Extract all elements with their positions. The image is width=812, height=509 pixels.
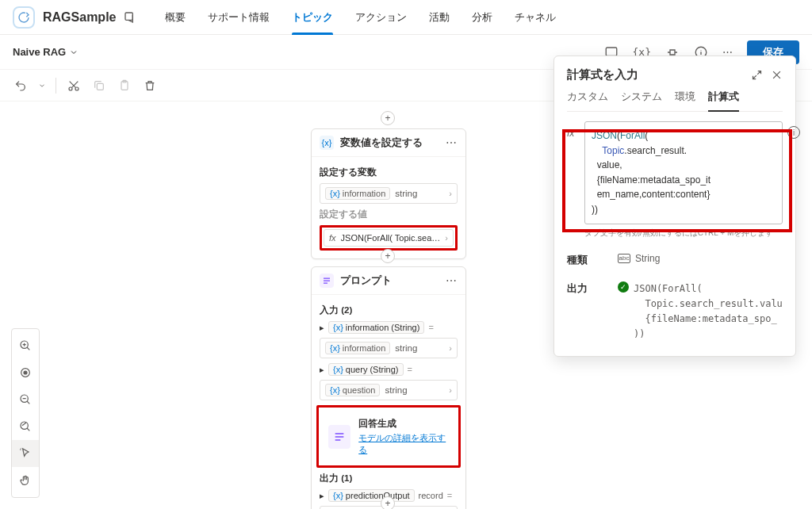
panel-tab-system[interactable]: システム — [621, 90, 662, 111]
kind-label: 種類 — [567, 253, 599, 267]
nav-tab-overview[interactable]: 概要 — [155, 0, 195, 35]
svg-rect-5 — [97, 83, 103, 90]
answer-generation-card[interactable]: 回答生成 モデルの詳細を表示する — [320, 409, 457, 464]
top-nav: RAGSample 概要 サポート情報 トピック アクション 活動 分析 チャネ… — [0, 0, 812, 35]
svg-point-10 — [24, 371, 27, 374]
undo-chevron-icon[interactable] — [38, 82, 46, 90]
svg-point-12 — [21, 422, 28, 429]
highlight-box: 回答生成 モデルの詳細を表示する — [316, 405, 461, 468]
node-menu-button[interactable]: ⋯ — [446, 274, 458, 287]
prompt-icon — [320, 274, 334, 288]
nav-tab-channels[interactable]: チャネル — [505, 0, 565, 35]
input-label: 入力 (2) — [320, 304, 458, 316]
close-icon[interactable] — [771, 69, 783, 81]
panel-tabs: カスタム システム 環境 計算式 — [567, 90, 783, 112]
zoom-out-button[interactable] — [12, 386, 39, 413]
paste-button[interactable] — [117, 78, 132, 94]
nav-tabs: 概要 サポート情報 トピック アクション 活動 分析 チャネル — [155, 0, 565, 35]
input-item[interactable]: ▸{x}query (String)= — [320, 363, 458, 376]
node-menu-button[interactable]: ⋯ — [446, 136, 458, 149]
code-area: fx i JSON(ForAll( Topic.search_result. v… — [584, 121, 783, 224]
delete-button[interactable] — [142, 78, 158, 94]
zoom-rail — [11, 328, 40, 498]
node-prompt[interactable]: プロンプト ⋯ 入力 (2) ▸{x}information (String)=… — [311, 266, 466, 509]
app-logo-icon — [13, 6, 35, 29]
cursor-button[interactable] — [12, 440, 39, 467]
node-title: プロンプト — [340, 274, 439, 288]
nav-tab-topics[interactable]: トピック — [282, 0, 343, 35]
chevron-down-icon — [69, 48, 79, 57]
variable-selector[interactable]: {x}information string › — [320, 183, 458, 204]
zoom-in-button[interactable] — [12, 332, 39, 359]
node-title: 変数値を設定する — [340, 136, 439, 150]
nav-tab-activity[interactable]: 活動 — [419, 0, 459, 35]
svg-point-4 — [75, 87, 79, 90]
svg-point-3 — [69, 87, 72, 90]
svg-rect-0 — [125, 13, 132, 20]
topic-dropdown-label: Naive RAG — [13, 46, 66, 58]
panel-title: 計算式を入力 — [567, 67, 638, 82]
connector-add-top[interactable]: + — [381, 111, 395, 125]
string-type-icon: abc — [618, 254, 630, 263]
panel-tab-formula[interactable]: 計算式 — [708, 90, 739, 112]
highlight-box: fx JSON(ForAll( Topic.search_r... › — [320, 225, 458, 251]
app-title: RAGSample — [43, 10, 116, 25]
answer-icon — [328, 425, 350, 449]
chevron-right-icon: › — [445, 233, 448, 243]
input-item[interactable]: ▸{x}information (String)= — [320, 321, 458, 334]
connector-add-mid[interactable]: + — [381, 249, 395, 263]
rename-icon[interactable] — [124, 10, 140, 25]
formula-panel: 計算式を入力 カスタム システム 環境 計算式 fx i JSON(ForAll… — [553, 55, 796, 357]
nav-tab-actions[interactable]: アクション — [346, 0, 416, 35]
cut-button[interactable] — [66, 78, 82, 94]
reset-zoom-button[interactable] — [12, 413, 39, 440]
nav-tab-analytics[interactable]: 分析 — [462, 0, 502, 35]
panel-tab-custom[interactable]: カスタム — [567, 90, 608, 111]
kind-value: abc String — [618, 253, 660, 264]
undo-button[interactable] — [13, 78, 29, 94]
copy-button[interactable] — [91, 78, 107, 94]
section-label: 設定する値 — [320, 209, 458, 220]
topic-dropdown[interactable]: Naive RAG — [13, 46, 79, 58]
formula-hint: タブ文字を有効/無効にするにはCTRL + Mを押します — [584, 228, 783, 239]
answer-title: 回答生成 — [358, 417, 449, 431]
connector-add-bottom[interactable]: + — [381, 496, 395, 509]
success-icon: ✓ — [618, 281, 629, 293]
node-set-variable[interactable]: {x} 変数値を設定する ⋯ 設定する変数 {x}information str… — [311, 128, 466, 259]
output-label: 出力 — [567, 281, 599, 296]
nav-tab-support[interactable]: サポート情報 — [198, 0, 279, 35]
output-label: 出力 (1) — [320, 473, 458, 484]
input-variable-selector[interactable]: {x}information string › — [320, 338, 458, 358]
formula-field[interactable]: fx JSON(ForAll( Topic.search_r... › — [324, 229, 454, 247]
info-icon[interactable]: i — [787, 126, 800, 139]
chevron-right-icon: › — [449, 189, 452, 198]
expand-icon[interactable] — [751, 69, 763, 81]
variable-icon: {x} — [320, 136, 334, 150]
fx-prefix: fx — [567, 128, 574, 139]
input-variable-selector[interactable]: {x}question string › — [320, 380, 458, 400]
svg-rect-1 — [606, 48, 617, 56]
section-label: 設定する変数 — [320, 166, 458, 178]
panel-tab-env[interactable]: 環境 — [675, 90, 695, 111]
output-preview: JSON(ForAll( Topic.search_result.valu {f… — [634, 281, 783, 343]
hand-button[interactable] — [12, 467, 39, 494]
fit-button[interactable] — [12, 359, 39, 386]
model-details-link[interactable]: モデルの詳細を表示する — [358, 432, 449, 456]
formula-input[interactable]: JSON(ForAll( Topic.search_result. value,… — [584, 121, 783, 224]
